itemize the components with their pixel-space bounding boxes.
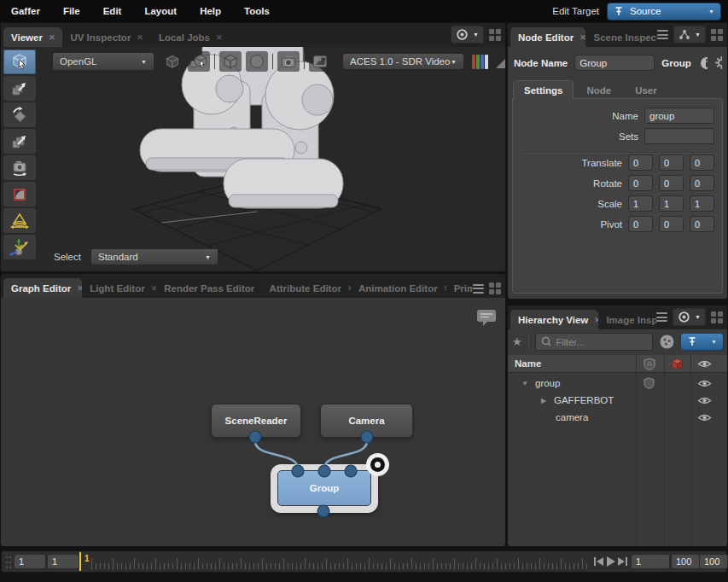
expander-closed-icon[interactable]: ▶	[539, 397, 549, 404]
row-camera[interactable]: camera	[508, 409, 727, 426]
exclusions-column-icon[interactable]	[671, 358, 684, 370]
scale-z[interactable]: 1	[690, 195, 714, 212]
tab-animation-editor[interactable]: Animation Editor ✕	[351, 278, 446, 298]
tab-user[interactable]: User	[624, 80, 668, 100]
annotation-bubble-icon[interactable]	[475, 308, 498, 331]
tab-render-pass-editor[interactable]: Render Pass Editor ✕	[156, 278, 261, 298]
rotate-z[interactable]: 0	[690, 175, 714, 191]
graph-editor-canvas[interactable]: SceneReader Camera Group	[1, 298, 505, 546]
close-icon[interactable]: ✕	[579, 33, 585, 42]
renderer-dropdown[interactable]: OpenGL ▼	[52, 52, 154, 71]
gear-icon[interactable]	[714, 55, 722, 70]
inclusions-column-icon[interactable]	[643, 358, 656, 370]
info-icon[interactable]	[700, 56, 708, 70]
filter-input[interactable]	[555, 336, 648, 348]
node-group-selected[interactable]: Group	[271, 464, 378, 513]
node-name-input[interactable]	[574, 55, 655, 71]
node-camera[interactable]: Camera	[320, 404, 413, 438]
tab-menu-icon[interactable]	[656, 312, 667, 322]
skip-to-end-button[interactable]	[618, 556, 627, 567]
focus-indicator[interactable]	[366, 453, 389, 476]
light-position-tool-button[interactable]	[3, 235, 36, 259]
close-icon[interactable]: ✕	[216, 33, 223, 42]
select-mode-dropdown[interactable]: Standard ▼	[90, 248, 218, 265]
expander-open-icon[interactable]: ▼	[520, 380, 530, 387]
grip-handle-icon[interactable]	[5, 555, 11, 570]
tab-uv-inspector[interactable]: UV Inspector ✕	[62, 27, 150, 47]
play-button[interactable]	[607, 556, 615, 567]
menu-help[interactable]: Help	[200, 6, 221, 16]
bookmark-star-icon[interactable]: ★	[512, 335, 522, 348]
menu-file[interactable]: File	[63, 6, 80, 16]
node-set-menu-button[interactable]: ▼	[673, 26, 706, 44]
tab-node[interactable]: Node	[575, 80, 622, 100]
timeline-current-frame-input[interactable]	[631, 554, 670, 569]
row-group-inclusions-icon[interactable]	[643, 377, 655, 389]
exposure-gamma-icon[interactable]	[495, 55, 505, 69]
camera-tool-button[interactable]	[3, 155, 36, 180]
rotate-y[interactable]: 0	[659, 175, 684, 191]
wireframe-mode-button[interactable]	[161, 51, 183, 72]
tab-local-jobs[interactable]: Local Jobs ✕	[151, 27, 230, 47]
layout-menu-icon[interactable]	[711, 311, 723, 323]
pivot-x[interactable]: 0	[628, 216, 653, 232]
edit-target-dropdown[interactable]: Source ▼	[607, 3, 721, 20]
name-column-header[interactable]: Name	[508, 358, 541, 369]
row-group[interactable]: ▼ group	[508, 375, 727, 392]
hierarchy-focus-menu-button[interactable]: ▼	[673, 308, 706, 326]
scale-y[interactable]: 1	[659, 195, 684, 212]
pivot-z[interactable]: 0	[690, 216, 714, 232]
timeline-end-frame-input-2[interactable]	[699, 554, 728, 569]
tab-hierarchy-view[interactable]: Hierarchy View ✕	[510, 310, 598, 329]
translate-z[interactable]: 0	[690, 154, 714, 171]
filter-menu-ball-icon[interactable]	[659, 334, 674, 350]
tab-light-editor[interactable]: Light Editor ✕	[82, 278, 156, 298]
layout-menu-icon[interactable]	[489, 29, 501, 41]
scale-tool-button[interactable]	[3, 129, 36, 154]
look-through-camera-button[interactable]	[277, 51, 300, 72]
name-input[interactable]	[644, 108, 714, 124]
menu-edit[interactable]: Edit	[103, 6, 122, 16]
tab-node-editor[interactable]: Node Editor ✕	[510, 27, 585, 47]
row-group-visibility-eye-icon[interactable]	[697, 379, 712, 388]
layout-menu-icon[interactable]	[489, 282, 501, 294]
tab-scene-inspector[interactable]: Scene Inspecto	[585, 27, 657, 47]
solid-mode-button[interactable]	[219, 51, 242, 72]
pivot-y[interactable]: 0	[659, 216, 684, 232]
timeline-ruler[interactable]	[91, 553, 591, 569]
filter-field[interactable]	[535, 333, 653, 351]
tab-attribute-editor[interactable]: Attribute Editor ✕	[262, 278, 351, 298]
close-icon[interactable]: ✕	[49, 33, 55, 42]
layout-menu-icon[interactable]	[711, 29, 723, 41]
node-group-body[interactable]: Group	[277, 470, 371, 506]
light-tool-button[interactable]	[3, 208, 36, 233]
menu-layout[interactable]: Layout	[144, 6, 177, 16]
close-icon[interactable]: ✕	[137, 33, 143, 42]
textured-mode-button[interactable]	[246, 51, 268, 72]
tab-graph-editor[interactable]: Graph Editor ✕	[3, 278, 82, 298]
timeline-start-frame-input[interactable]	[14, 554, 46, 569]
row-gafferbot-visibility-eye-icon[interactable]	[697, 396, 712, 405]
sets-input[interactable]	[644, 128, 714, 144]
channels-icon[interactable]	[472, 55, 488, 69]
tab-image-inspector[interactable]: Image Inspe	[598, 310, 656, 329]
playhead[interactable]	[79, 552, 81, 571]
row-gafferbot[interactable]: ▶ GAFFERBOT	[508, 392, 727, 409]
row-camera-visibility-eye-icon[interactable]	[697, 413, 712, 422]
translate-y[interactable]: 0	[659, 154, 684, 171]
tab-settings[interactable]: Settings	[513, 80, 574, 100]
render-pass-button[interactable]	[309, 51, 331, 72]
timeline-end-frame-input[interactable]	[671, 554, 700, 569]
node-scenereader[interactable]: SceneReader	[211, 404, 301, 438]
display-transform-dropdown[interactable]: ACES 1.0 - SDR Video ▼	[342, 53, 464, 70]
visibility-column-eye-icon[interactable]	[697, 359, 712, 369]
viewport[interactable]: OpenGL ▼	[1, 47, 505, 271]
selection-tool-button[interactable]	[3, 49, 36, 74]
edit-scope-dropdown[interactable]: ▼	[680, 333, 724, 351]
viewer-focus-menu-button[interactable]: ▼	[451, 26, 484, 44]
tab-primitive-inspector[interactable]: Prim	[446, 278, 473, 298]
rotate-tool-button[interactable]	[3, 102, 36, 127]
menu-gaffer[interactable]: Gaffer	[11, 6, 40, 16]
tab-viewer[interactable]: Viewer ✕	[3, 27, 62, 47]
crop-window-tool-button[interactable]	[3, 182, 36, 207]
